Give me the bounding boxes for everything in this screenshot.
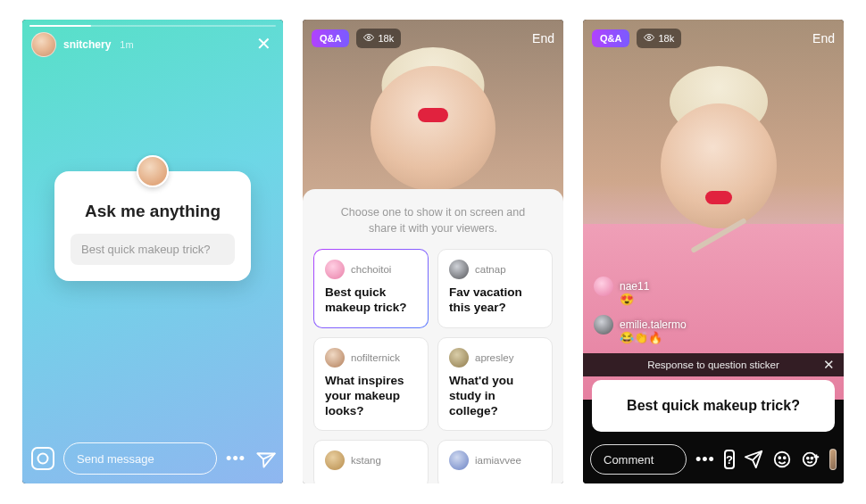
svg-point-3 — [779, 457, 780, 459]
user-avatar — [449, 348, 469, 368]
question-grid: chchoitoi Best quick makeup trick? catna… — [313, 249, 553, 483]
story-header: snitchery 1m ✕ — [31, 32, 274, 57]
end-button[interactable]: End — [532, 31, 554, 45]
eye-icon — [363, 32, 374, 45]
question-card[interactable]: kstang — [313, 440, 429, 483]
question-text: What'd you study in college? — [449, 374, 541, 419]
question-user: apresley — [449, 348, 541, 368]
question-banner-header: Response to question sticker ✕ — [583, 353, 844, 376]
svg-point-2 — [775, 452, 790, 467]
user-avatar — [449, 260, 469, 279]
question-user: chchoitoi — [325, 260, 417, 279]
close-icon[interactable]: ✕ — [823, 357, 835, 373]
question-text: Fav vacation this year? — [449, 285, 541, 316]
question-user: nofilternick — [325, 348, 417, 368]
viewer-count-badge[interactable]: 18k — [356, 29, 401, 48]
question-user: catnap — [449, 260, 541, 279]
user-avatar — [449, 450, 469, 470]
qa-picker-screen: Q&A 18k End Choose one to show it on scr… — [303, 20, 563, 483]
viewer-count-badge[interactable]: 18k — [637, 29, 681, 48]
comment-input[interactable]: Comment — [590, 444, 687, 475]
share-icon[interactable] — [744, 450, 763, 469]
svg-point-7 — [811, 458, 812, 459]
more-icon[interactable]: ••• — [695, 450, 715, 469]
question-username: nofilternick — [351, 352, 400, 363]
question-banner-text: Best quick makeup trick? — [627, 398, 800, 414]
commenter-username[interactable]: nae11 — [620, 280, 649, 293]
send-message-placeholder: Send message — [77, 452, 154, 466]
comment-row: nae11 😍 — [594, 277, 687, 306]
svg-point-4 — [784, 457, 786, 459]
question-banner-title: Response to question sticker — [647, 359, 779, 370]
camera-icon[interactable] — [31, 447, 54, 470]
viewer-count-value: 18k — [658, 33, 674, 44]
question-card[interactable]: catnap Fav vacation this year? — [437, 249, 553, 328]
question-sticker[interactable]: Ask me anything Best quick makeup trick? — [54, 171, 251, 281]
eye-icon — [644, 32, 654, 45]
commenter-avatar[interactable] — [594, 277, 613, 296]
svg-point-6 — [807, 458, 809, 459]
question-text: Best quick makeup trick? — [325, 285, 417, 316]
live-footer: Comment ••• ? — [590, 444, 837, 475]
qa-badge[interactable]: Q&A — [592, 29, 629, 47]
close-icon[interactable]: ✕ — [253, 34, 274, 55]
more-icon[interactable]: ••• — [226, 450, 246, 468]
svg-point-1 — [648, 37, 651, 39]
question-card[interactable]: iamiavvee — [437, 440, 553, 483]
question-card[interactable]: chchoitoi Best quick makeup trick? — [313, 249, 429, 328]
question-username: kstang — [351, 455, 381, 466]
send-message-input[interactable]: Send message — [63, 442, 217, 475]
question-username: catnap — [475, 264, 506, 275]
commenter-username[interactable]: emilie.talermo — [620, 318, 687, 331]
question-banner: Best quick makeup trick? — [592, 380, 835, 432]
svg-point-0 — [368, 37, 371, 39]
comment-reactions: 😂👏🔥 — [620, 331, 687, 344]
live-top-controls: Q&A 18k End — [312, 29, 554, 48]
story-screen: snitchery 1m ✕ Ask me anything Best quic… — [22, 20, 283, 483]
user-avatar — [325, 450, 345, 470]
question-sheet: Choose one to show it on screen and shar… — [303, 189, 563, 483]
question-icon[interactable]: ? — [724, 450, 735, 469]
question-username: apresley — [475, 352, 513, 363]
question-user: kstang — [325, 450, 417, 470]
story-user-avatar[interactable] — [31, 32, 56, 57]
story-timestamp: 1m — [120, 39, 133, 50]
story-progress — [29, 25, 276, 27]
media-thumbnail[interactable] — [829, 449, 837, 470]
comment-row: emilie.talermo 😂👏🔥 — [594, 315, 687, 344]
comment-placeholder: Comment — [604, 453, 654, 467]
live-comments: nae11 😍 emilie.talermo 😂👏🔥 — [594, 277, 687, 344]
question-username: iamiavvee — [475, 455, 521, 466]
svg-point-5 — [804, 453, 817, 467]
sheet-hint: Choose one to show it on screen and shar… — [313, 203, 553, 249]
story-username[interactable]: snitchery — [63, 38, 111, 51]
question-card[interactable]: apresley What'd you study in college? — [437, 337, 553, 432]
sticker-answer-input[interactable]: Best quick makeup trick? — [71, 234, 235, 265]
question-text: What inspires your makeup looks? — [325, 374, 417, 419]
question-username: chchoitoi — [351, 264, 391, 275]
story-footer: Send message ••• — [31, 442, 274, 475]
question-user: iamiavvee — [449, 450, 541, 470]
qa-badge[interactable]: Q&A — [312, 29, 349, 47]
end-button[interactable]: End — [812, 31, 835, 45]
story-progress-fill — [29, 25, 91, 27]
user-avatar — [325, 348, 345, 368]
live-answer-screen: Q&A 18k End nae11 😍 emilie.talermo 😂👏🔥 R… — [583, 20, 844, 483]
sticker-user-avatar — [137, 155, 169, 187]
effects-icon[interactable] — [772, 450, 792, 469]
comment-reactions: 😍 — [620, 293, 687, 306]
viewer-count-value: 18k — [378, 33, 394, 44]
user-avatar — [325, 260, 345, 279]
share-icon[interactable] — [252, 446, 277, 471]
question-card[interactable]: nofilternick What inspires your makeup l… — [313, 337, 429, 432]
commenter-avatar[interactable] — [594, 315, 613, 335]
live-top-controls: Q&A 18k End — [592, 29, 835, 48]
add-guest-icon[interactable] — [801, 450, 820, 469]
sticker-prompt: Ask me anything — [71, 202, 235, 221]
